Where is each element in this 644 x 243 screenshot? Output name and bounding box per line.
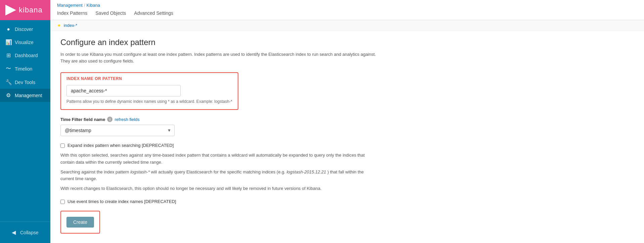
page-description: In order to use Kibana you must configur… [60,51,376,64]
sidebar-item-devtools[interactable]: 🔧 Dev Tools [0,76,50,89]
sidebar-item-dashboard[interactable]: ⊞ Dashboard [0,49,50,62]
sidebar-nav: ● Discover 📊 Visualize ⊞ Dashboard 〜 Tim… [0,20,50,221]
expand-description-1: With this option selected, searches agai… [60,152,376,192]
event-times-checkbox-label[interactable]: Use event times to create index names [D… [67,199,176,204]
timestamp-select[interactable]: @timestamp [60,125,175,136]
breadcrumb-management[interactable]: Management [57,3,83,8]
refresh-fields-link[interactable]: refresh fields [114,117,139,122]
star-icon: ★ [57,23,61,28]
expand-section: Expand index pattern when searching [DEP… [60,143,376,192]
breadcrumb-kibana[interactable]: Kibana [87,3,100,8]
sidebar-item-timelion[interactable]: 〜 Timelion [0,62,50,76]
tab-saved-objects[interactable]: Saved Objects [95,9,126,17]
devtools-icon: 🔧 [5,79,11,85]
time-filter-info-icon[interactable]: i [107,117,112,122]
sidebar-logo[interactable]: kibana [0,0,50,20]
create-section: Create [60,211,100,234]
index-name-input[interactable] [66,85,181,96]
event-times-checkbox-row: Use event times to create index names [D… [60,199,376,204]
sidebar-label-timelion: Timelion [15,66,32,72]
create-button[interactable]: Create [66,217,94,228]
collapse-icon: ◀ [11,229,17,236]
expand-desc-p3: With recent changes to Elasticsearch, th… [60,185,376,192]
topnav-tabs: Index Patterns Saved Objects Advanced Se… [57,9,637,17]
discover-icon: ● [5,26,11,32]
page-title: Configure an index pattern [60,38,376,47]
sidebar-label-dashboard: Dashboard [15,53,38,58]
sidebar-item-discover[interactable]: ● Discover [0,23,50,36]
topnav-wrapper: Management / Kibana Index Patterns Saved… [57,3,637,17]
index-name-hint: Patterns allow you to define dynamic ind… [66,99,232,104]
sidebar-collapse-label: Collapse [20,230,38,235]
sidebar-label-management: Management [15,93,42,98]
expand-checkbox-label[interactable]: Expand index pattern when searching [DEP… [67,143,174,148]
time-filter-label-row: Time Filter field name i refresh fields [60,117,376,122]
breadcrumb: Management / Kibana [57,3,637,8]
main-area: Management / Kibana Index Patterns Saved… [50,0,644,243]
tab-advanced-settings[interactable]: Advanced Settings [134,9,173,17]
breadcrumb-separator: / [84,3,85,8]
time-filter-label-text: Time Filter field name [60,117,105,122]
expand-checkbox[interactable] [60,144,65,148]
sidebar-label-discover: Discover [15,27,33,32]
visualize-icon: 📊 [5,39,11,45]
tab-index-patterns[interactable]: Index Patterns [57,9,87,17]
expand-desc-p1: With this option selected, searches agai… [60,152,376,166]
sidebar-label-visualize: Visualize [15,40,34,45]
content-area: ★ index-* Configure an index pattern In … [50,20,644,243]
timelion-icon: 〜 [5,65,11,72]
dashboard-icon: ⊞ [5,52,11,58]
index-name-section: Index name or pattern Patterns allow you… [60,72,238,110]
index-link[interactable]: index-* [64,23,77,28]
topnav: Management / Kibana Index Patterns Saved… [50,0,644,20]
event-times-checkbox[interactable] [60,200,65,204]
index-name-label: Index name or pattern [65,76,123,81]
sidebar-item-management[interactable]: ⚙ Management [0,89,50,102]
index-link-bar: ★ index-* [50,20,644,31]
time-filter-section: Time Filter field name i refresh fields … [60,117,376,136]
sidebar-bottom: ◀ Collapse [0,221,50,243]
kibana-logo-icon [5,5,16,15]
kibana-logo-text: kibana [19,6,43,14]
sidebar-collapse-button[interactable]: ◀ Collapse [5,226,45,239]
sidebar-item-visualize[interactable]: 📊 Visualize [0,36,50,49]
management-icon: ⚙ [5,92,11,98]
content-inner: Configure an index pattern In order to u… [50,31,386,240]
expand-checkbox-row: Expand index pattern when searching [DEP… [60,143,376,148]
sidebar: kibana ● Discover 📊 Visualize ⊞ Dashboar… [0,0,50,243]
timestamp-select-wrapper: @timestamp ▼ [60,125,175,136]
expand-desc-p2: Searching against the index pattern logs… [60,169,376,183]
sidebar-label-devtools: Dev Tools [15,80,35,85]
